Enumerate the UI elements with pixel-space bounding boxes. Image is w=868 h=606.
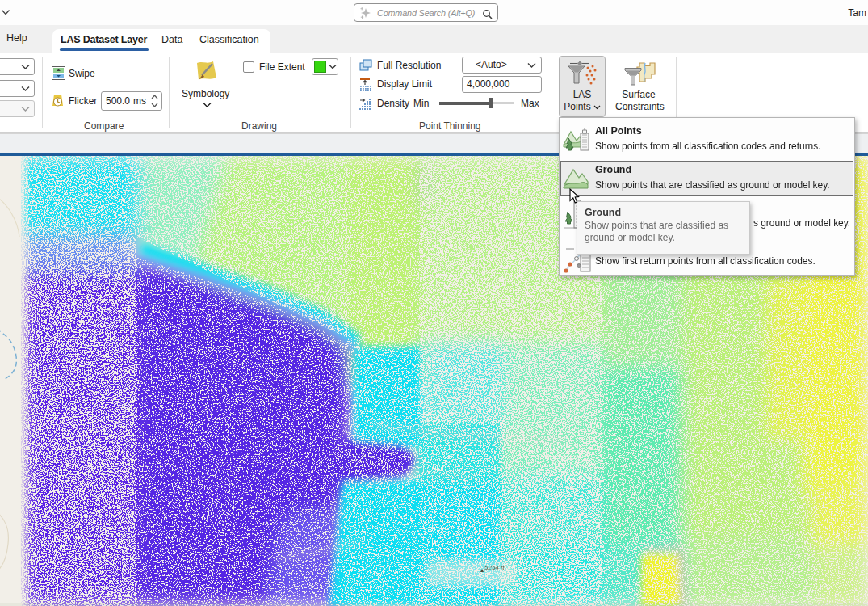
svg-text:5254 ft: 5254 ft	[484, 564, 505, 571]
